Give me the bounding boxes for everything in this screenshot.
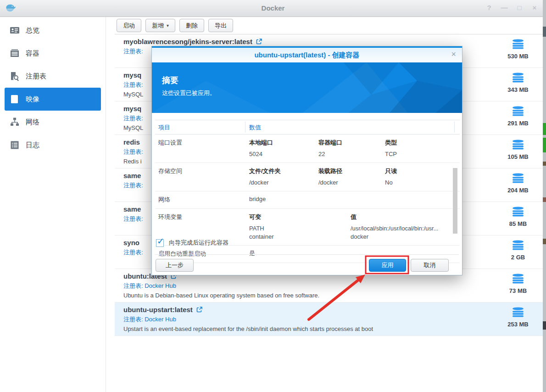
window-titlebar: Docker ? — □ × — [0, 0, 546, 17]
start-button[interactable]: 启动 — [117, 19, 141, 32]
add-button[interactable]: 新增 ▾ — [145, 19, 175, 32]
sidebar-item-label: 映像 — [26, 95, 39, 104]
minimize-button[interactable]: — — [500, 4, 508, 11]
container-port-value: 22 — [318, 151, 385, 158]
sub-header: 装载路径 — [318, 167, 385, 175]
env-value: /usr/local/sbin:/usr/local/bin:/usr... — [351, 225, 460, 232]
env-key: PATH — [249, 225, 351, 232]
image-title: myoblawrencesong/jekins-server:latest — [123, 38, 543, 45]
image-list-row[interactable]: ubuntu-upstart:latest注册表: Docker HubUpst… — [115, 302, 543, 336]
image-registry-link[interactable]: 注册表: — [123, 47, 143, 56]
row-label: 存储空间 — [155, 167, 249, 186]
image-size-text: 2 GB — [501, 254, 535, 261]
sidebar-item-label: 注册表 — [26, 72, 46, 81]
folder-value: /docker — [249, 179, 318, 186]
dialog-scrollbar[interactable] — [453, 168, 457, 234]
image-size-text: 85 MB — [501, 220, 535, 227]
image-registry-link[interactable]: 注册表: Docker Hub — [123, 282, 176, 290]
image-size-text: 253 MB — [501, 321, 535, 328]
image-registry-link[interactable]: 注册表: — [123, 215, 143, 223]
external-link-icon[interactable] — [256, 39, 262, 45]
sidebar-item-network[interactable]: 网络 — [5, 111, 101, 134]
sidebar-item-log[interactable]: 日志 — [5, 134, 101, 157]
env-key: container — [249, 233, 351, 241]
image-size-text: 105 MB — [501, 153, 535, 160]
dialog-banner-subheading: 这些设置已被应用。 — [162, 89, 216, 97]
sub-header: 容器端口 — [318, 139, 385, 147]
row-label: 环境变量 — [155, 213, 249, 241]
database-icon — [512, 44, 524, 51]
image-registry-link[interactable]: 注册表: — [123, 114, 143, 123]
dialog-title: ubuntu-upstart(latest) - 创建容器 — [152, 48, 462, 62]
database-icon — [512, 312, 524, 319]
row-label: 网络 — [155, 196, 249, 204]
back-button[interactable]: 上一步 — [156, 259, 194, 272]
chevron-down-icon: ▾ — [167, 23, 169, 28]
sub-header: 类型 — [385, 139, 460, 147]
image-size: 343 MB — [501, 73, 535, 93]
close-button[interactable]: × — [530, 4, 539, 11]
run-after-wizard-row: ✓ 向导完成后运行此容器 — [156, 239, 228, 247]
background-window-sliver — [543, 0, 546, 392]
table-row-storage: 存储空间 文件/文件夹/docker 装载路径/docker 只读No — [155, 163, 460, 191]
column-header-item: 项目 — [158, 123, 170, 132]
image-size-text: 530 MB — [501, 53, 535, 60]
image-registry-link[interactable]: 注册表: — [123, 148, 143, 156]
sub-header: 文件/文件夹 — [249, 167, 318, 175]
env-value: docker — [351, 233, 460, 241]
sub-header: 值 — [351, 213, 460, 221]
image-title: ubuntu-upstart:latest — [123, 306, 543, 314]
database-icon — [512, 245, 524, 252]
sidebar-item-label: 日志 — [26, 141, 39, 150]
banner-polygon-art — [152, 62, 462, 113]
footer-divider — [155, 254, 459, 255]
container-icon — [9, 48, 20, 58]
sidebar-item-registry[interactable]: 注册表 — [5, 65, 101, 88]
delete-button[interactable]: 删除 — [179, 19, 204, 32]
export-button-label: 导出 — [215, 22, 227, 30]
window-controls: ? — □ × — [485, 4, 539, 11]
dialog-banner: 摘要 这些设置已被应用。 — [152, 62, 462, 113]
image-registry-link[interactable]: 注册表: Docker Hub — [123, 315, 176, 324]
table-row-network: 网络 bridge — [155, 191, 460, 209]
network-value: bridge — [249, 196, 460, 203]
sub-header: 只读 — [385, 167, 460, 175]
run-after-wizard-checkbox[interactable]: ✓ — [156, 239, 164, 247]
row-label: 启用自动重新启动 — [155, 250, 249, 258]
image-description: Upstart is an event-based replacement fo… — [123, 325, 543, 332]
maximize-button[interactable]: □ — [515, 4, 524, 11]
help-button[interactable]: ? — [485, 4, 493, 11]
external-link-icon[interactable] — [196, 307, 202, 313]
add-button-label: 新增 — [152, 22, 164, 30]
image-size: 204 MB — [501, 173, 535, 194]
image-size: 253 MB — [501, 307, 535, 328]
image-size: 2 GB — [501, 240, 535, 261]
port-type-value: TCP — [385, 151, 460, 158]
delete-button-label: 删除 — [186, 22, 198, 30]
sub-header: 本地端口 — [249, 139, 318, 147]
database-icon — [512, 111, 524, 118]
apply-button[interactable]: 应用 — [369, 259, 406, 272]
image-registry-link[interactable]: 注册表: — [123, 248, 143, 257]
image-size-text: 291 MB — [501, 120, 535, 127]
network-icon — [9, 117, 20, 127]
sidebar-item-overview[interactable]: 总览 — [5, 19, 101, 42]
mount-path-value: /docker — [318, 179, 385, 186]
image-registry-link[interactable]: 注册表: — [123, 181, 143, 190]
database-icon — [512, 178, 524, 185]
cancel-button[interactable]: 取消 — [411, 259, 449, 272]
sidebar-item-image[interactable]: 映像 — [5, 88, 101, 111]
dialog-close-icon[interactable]: × — [451, 50, 456, 59]
sidebar-item-label: 总览 — [26, 26, 39, 35]
table-row-port-settings: 端口设置 本地端口5024 容器端口22 类型TCP — [155, 134, 460, 163]
sidebar-item-label: 网络 — [26, 118, 39, 127]
summary-table-header: 项目 数值 — [155, 120, 460, 134]
sub-header: 可变 — [249, 213, 351, 221]
export-button[interactable]: 导出 — [208, 19, 233, 32]
overview-icon — [9, 25, 20, 35]
image-registry-link[interactable]: 注册表: — [123, 81, 143, 89]
sidebar-item-container[interactable]: 容器 — [5, 42, 101, 65]
database-icon — [512, 144, 524, 152]
database-icon — [512, 278, 524, 286]
window-title: Docker — [0, 4, 546, 12]
